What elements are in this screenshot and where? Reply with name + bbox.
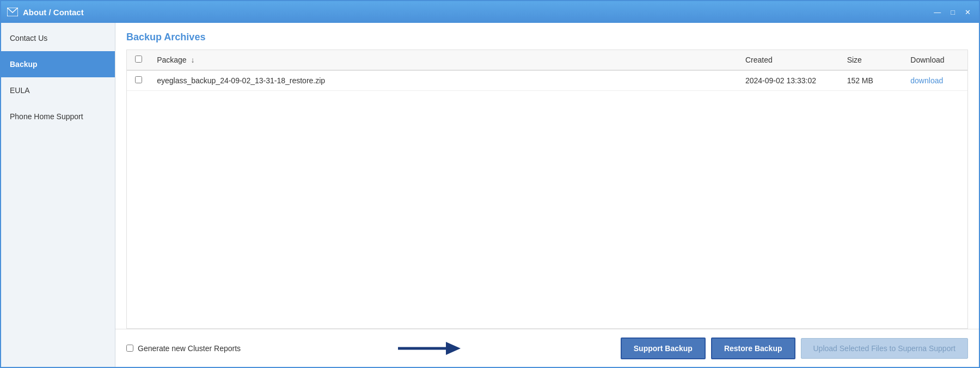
app-icon	[7, 6, 19, 18]
generate-reports-label[interactable]: Generate new Cluster Reports	[126, 344, 241, 353]
sidebar-item-phone-home-support[interactable]: Phone Home Support	[1, 103, 115, 130]
backup-table-container: Package ↓ Created Size Download	[126, 50, 968, 329]
header-package[interactable]: Package ↓	[150, 50, 739, 70]
sidebar: Contact Us Backup EULA Phone Home Suppor…	[1, 23, 115, 367]
footer-bar: Generate new Cluster Reports Support Bac…	[115, 329, 979, 367]
table-header-row: Package ↓ Created Size Download	[127, 50, 967, 70]
restore-backup-button[interactable]: Restore Backup	[711, 338, 795, 359]
sidebar-item-eula[interactable]: EULA	[1, 77, 115, 103]
maximize-button[interactable]: □	[948, 7, 958, 17]
row-package: eyeglass_backup_24-09-02_13-31-18_restor…	[150, 70, 739, 91]
row-checkbox[interactable]	[135, 76, 142, 83]
content-title: Backup Archives	[126, 32, 968, 43]
row-created: 2024-09-02 13:33:02	[739, 70, 841, 91]
titlebar: About / Contact — □ ✕	[1, 1, 979, 23]
table-row: eyeglass_backup_24-09-02_13-31-18_restor…	[127, 70, 967, 91]
arrow-right-icon	[398, 339, 463, 358]
main-window: About / Contact — □ ✕ Contact Us Backup …	[0, 0, 980, 368]
download-link[interactable]: download	[910, 76, 943, 85]
generate-reports-checkbox[interactable]	[126, 345, 133, 352]
sidebar-item-backup[interactable]: Backup	[1, 51, 115, 77]
arrow-spacer	[249, 339, 612, 358]
support-backup-button[interactable]: Support Backup	[621, 338, 706, 359]
header-download: Download	[904, 50, 967, 70]
row-download: download	[904, 70, 967, 91]
footer-buttons: Support Backup Restore Backup Upload Sel…	[621, 338, 968, 359]
upload-files-button: Upload Selected Files to Superna Support	[801, 338, 969, 359]
window-title: About / Contact	[23, 8, 84, 17]
header-size: Size	[841, 50, 904, 70]
close-button[interactable]: ✕	[962, 7, 973, 17]
row-checkbox-cell	[127, 70, 150, 91]
backup-table: Package ↓ Created Size Download	[127, 50, 967, 91]
row-size: 152 MB	[841, 70, 904, 91]
sidebar-item-contact-us[interactable]: Contact Us	[1, 25, 115, 51]
content-area: Backup Archives Package ↓	[115, 23, 979, 367]
minimize-button[interactable]: —	[931, 7, 944, 17]
sort-indicator: ↓	[191, 56, 195, 64]
main-area: Contact Us Backup EULA Phone Home Suppor…	[1, 23, 979, 367]
header-created: Created	[739, 50, 841, 70]
titlebar-controls: — □ ✕	[931, 7, 973, 17]
header-checkbox-cell	[127, 50, 150, 70]
header-checkbox[interactable]	[135, 56, 142, 63]
svg-marker-2	[446, 342, 461, 355]
